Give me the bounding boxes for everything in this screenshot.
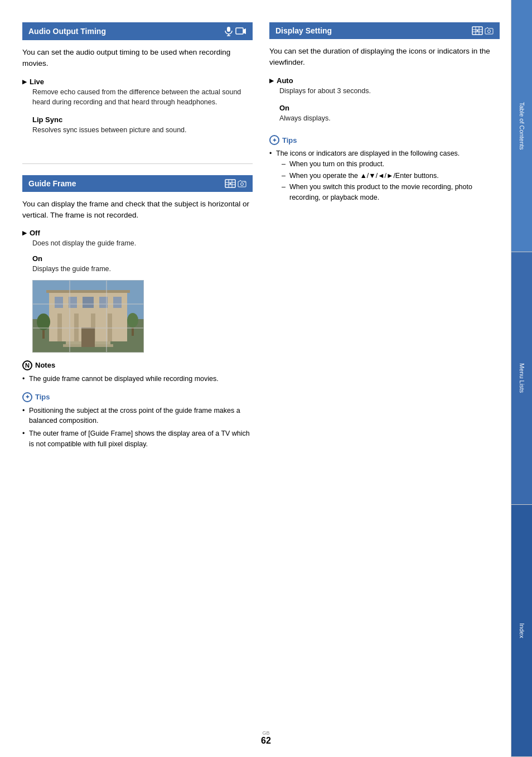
display-option-on-title: On (269, 104, 500, 112)
grid-cell-5 (70, 304, 107, 328)
tips-header-display: ✦ Tips (269, 135, 500, 145)
main-content: Audio Output Timing (0, 0, 511, 757)
guide-notes: N Notes The guide frame cannot be displa… (22, 360, 253, 384)
tips-icon-display: ✦ (269, 135, 279, 145)
tips-header-guide: ✦ Tips (22, 392, 253, 402)
display-setting-section: Display Setting (269, 22, 500, 601)
svg-point-10 (230, 182, 231, 184)
display-option-auto-desc: Displays for about 3 seconds. (269, 86, 500, 97)
svg-point-39 (488, 30, 491, 33)
guide-frame-title: Guide Frame (28, 179, 76, 188)
sidebar-menu-label: Menu Lists (519, 363, 525, 393)
grid-cell-6 (107, 304, 144, 328)
page-container: Audio Output Timing (0, 0, 532, 757)
display-sub-tip-3: When you switch this product to the movi… (282, 182, 500, 203)
guide-frame-icons (225, 179, 246, 188)
guide-tips-list: Positioning the subject at the cross poi… (22, 406, 253, 450)
audio-option-live: Live Remove echo caused from the differe… (22, 78, 253, 108)
grid-cell-3 (107, 280, 144, 304)
audio-option-lipsync: Lip Sync Resolves sync issues between pi… (22, 115, 253, 136)
grid-cell-2 (70, 280, 107, 304)
microphone-icon (224, 26, 234, 36)
guide-frame-content: You can display the frame and check that… (22, 199, 253, 469)
guide-grid-overlay (32, 280, 144, 353)
audio-output-header: Audio Output Timing (22, 22, 253, 40)
guide-option-off-desc: Does not display the guide frame. (22, 238, 253, 249)
guide-tip-1: Positioning the subject at the cross poi… (22, 406, 253, 427)
still-camera-icon (238, 180, 246, 187)
audio-option-live-desc: Remove echo caused from the difference b… (22, 87, 253, 108)
tips-intro-text: The icons or indicators are displayed in… (276, 150, 460, 157)
sidebar-toc-label: Table of Contents (519, 102, 525, 150)
grid-cell-4 (32, 304, 70, 328)
display-setting-desc: You can set the duration of displaying t… (269, 46, 500, 69)
svg-point-12 (244, 181, 245, 182)
audio-output-section: Audio Output Timing (22, 22, 253, 601)
sidebar-menu[interactable]: Menu Lists (511, 252, 532, 504)
guide-option-off: Off Does not display the guide frame. (22, 229, 253, 249)
movie-camera-icon (235, 27, 246, 36)
audio-option-live-title: Live (22, 78, 253, 86)
notes-header: N Notes (22, 360, 253, 370)
audio-output-content: You can set the audio output timing to b… (22, 47, 253, 152)
display-sub-tip-2: When you operate the ▲/▼/◄/►/Enter butto… (282, 171, 500, 181)
guide-frame-image (32, 280, 144, 353)
grid-cell-8 (70, 328, 107, 352)
audio-output-icons (224, 26, 246, 36)
display-setting-title: Display Setting (275, 26, 332, 35)
divider (22, 163, 253, 164)
display-tip-intro: The icons or indicators are displayed in… (269, 148, 500, 203)
display-option-on: On Always displays. (269, 104, 500, 124)
display-sub-tips: When you turn on this product. When you … (276, 159, 500, 203)
guide-tips: ✦ Tips Positioning the subject at the cr… (22, 392, 253, 450)
audio-option-lipsync-title: Lip Sync (22, 115, 253, 124)
audio-output-desc: You can set the audio output timing to b… (22, 47, 253, 70)
display-option-auto: Auto Displays for about 3 seconds. (269, 76, 500, 97)
audio-option-lipsync-desc: Resolves sync issues between picture and… (22, 125, 253, 136)
guide-tip-2: The outer frame of [Guide Frame] shows t… (22, 428, 253, 450)
tips-label-guide: Tips (35, 393, 50, 401)
grid-cell-7 (32, 328, 70, 352)
display-setting-icons (472, 26, 494, 35)
display-option-on-desc: Always displays. (269, 113, 500, 124)
display-grid-icon (472, 26, 483, 35)
display-camera-icon (485, 27, 494, 35)
page-number: 62 (261, 736, 271, 746)
guide-option-on: On Displays the guide frame. (22, 254, 253, 274)
guide-option-off-title: Off (22, 229, 253, 237)
display-tips: ✦ Tips The icons or indicators are displ… (269, 135, 500, 203)
notes-icon: N (22, 360, 32, 370)
notes-label: Notes (35, 361, 55, 369)
display-sub-tip-1: When you turn on this product. (282, 159, 500, 170)
audio-output-title: Audio Output Timing (28, 27, 106, 36)
gb-label: GB (262, 730, 269, 736)
display-setting-header: Display Setting (269, 22, 500, 39)
grid-cell-1 (32, 280, 70, 304)
svg-point-38 (477, 30, 478, 32)
display-option-auto-title: Auto (269, 76, 500, 85)
sidebar-toc[interactable]: Table of Contents (511, 0, 532, 252)
grid-cell-9 (107, 328, 144, 352)
sidebar: Table of Contents Menu Lists Index (511, 0, 532, 757)
notes-list: The guide frame cannot be displayed whil… (22, 374, 253, 384)
svg-rect-3 (236, 28, 243, 34)
sidebar-index[interactable]: Index (511, 505, 532, 757)
display-tips-list: The icons or indicators are displayed in… (269, 148, 500, 203)
guide-option-on-title: On (22, 254, 253, 263)
svg-rect-0 (227, 27, 230, 32)
tips-label-display: Tips (282, 136, 297, 144)
display-setting-content: You can set the duration of displaying t… (269, 46, 500, 222)
page-footer: GB 62 (261, 730, 271, 746)
tips-icon-guide: ✦ (22, 392, 32, 402)
sidebar-index-label: Index (519, 623, 525, 638)
svg-point-11 (241, 182, 244, 185)
guide-frame-header: Guide Frame (22, 175, 253, 192)
guide-frame-desc: You can display the frame and check that… (22, 199, 253, 221)
note-item-1: The guide frame cannot be displayed whil… (22, 374, 253, 384)
grid-icon (225, 179, 236, 188)
guide-option-on-desc: Displays the guide frame. (22, 264, 253, 274)
